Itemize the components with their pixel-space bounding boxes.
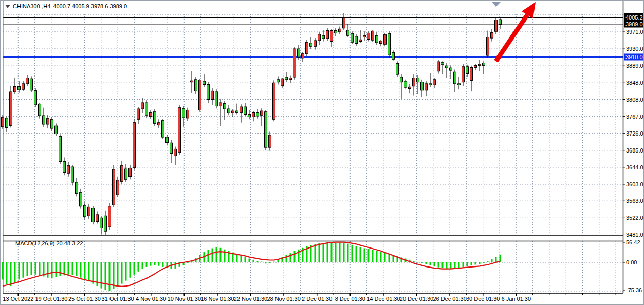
price-tick-label: 3808.0: [626, 97, 643, 103]
price-tick-label: 3603.0: [626, 181, 643, 187]
chart-canvas[interactable]: [1, 1, 644, 305]
date-tick-label: 13 Oct 2022: [3, 296, 33, 302]
date-tick-label: 8 Dec 01:30: [335, 296, 365, 302]
date-tick-label: 25 Oct 01:30: [68, 296, 101, 302]
date-tick-label: 30 Dec 01:30: [466, 296, 500, 302]
price-tick-label: 3930.0: [626, 46, 643, 52]
date-tick-label: 10 Nov 01:30: [168, 296, 201, 302]
chart-title-bar: CHINA300-,H4 4000.7 4005.9 3978.6 3989.0: [5, 3, 127, 9]
date-tick-label: 26 Dec 01:30: [433, 296, 466, 302]
price-tick-label: 3481.0: [626, 232, 643, 238]
date-tick-label: 22 Nov 01:30: [234, 296, 267, 302]
chart-window: CHINA300-,H4 4000.7 4005.9 3978.6 3989.0…: [0, 0, 644, 305]
date-tick-label: 20 Dec 01:30: [400, 296, 433, 302]
price-tick-label: 3644.0: [626, 164, 643, 170]
date-tick-label: 19 Oct 01:30: [35, 296, 67, 302]
symbol-timeframe-label: CHINA300-,H4: [13, 3, 50, 9]
macd-indicator-label: MACD(12,26,9) 20.48 3.22: [15, 240, 83, 246]
scroll-marker-triangle-icon[interactable]: [492, 2, 501, 7]
price-tick-label: 3971.0: [626, 29, 643, 35]
date-tick-label: 6 Jan 01:30: [502, 296, 531, 302]
macd-scale-label: 0.00: [626, 259, 637, 265]
price-tick-label: 3767.0: [626, 113, 643, 120]
date-tick-label: 31 Oct 01:30: [102, 296, 134, 302]
macd-scale-label: -75.36: [626, 287, 642, 293]
price-badge-3910: 3910.0: [624, 54, 644, 61]
price-tick-label: 3848.0: [626, 80, 643, 86]
date-tick-label: 14 Dec 01:30: [366, 296, 400, 302]
chart-menu-triangle-icon[interactable]: [5, 5, 10, 8]
price-badge-4005: 4005.2: [624, 14, 644, 21]
date-tick-label: 2 Dec 01:30: [302, 296, 332, 302]
price-tick-label: 3685.0: [626, 147, 643, 154]
price-tick-label: 3726.0: [626, 130, 643, 137]
price-tick-label: 3889.0: [626, 63, 643, 69]
price-tick-label: 3563.0: [626, 198, 643, 204]
date-tick-label: 16 Nov 01:30: [200, 296, 234, 302]
ohlc-readout: 4000.7 4005.9 3978.6 3989.0: [53, 3, 127, 9]
date-tick-label: 28 Nov 01:30: [267, 296, 300, 302]
price-tick-label: 3522.0: [626, 215, 643, 221]
date-tick-label: 4 Nov 01:30: [136, 296, 166, 302]
macd-scale-label: 56.42: [626, 239, 640, 245]
price-badge-3989: 3989.0: [624, 21, 644, 28]
